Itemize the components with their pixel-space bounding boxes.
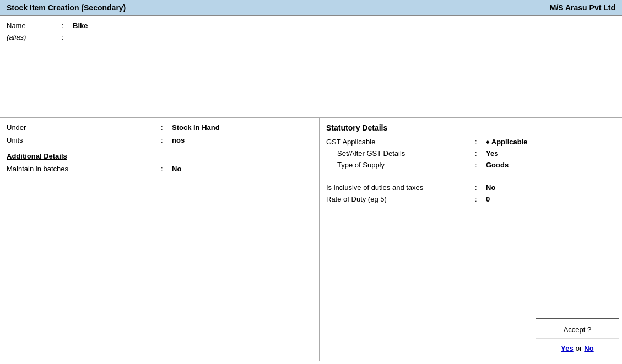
gst-applicable-row: GST Applicable : ♦ Applicable (326, 138, 615, 146)
set-alter-gst-value: Yes (486, 149, 498, 157)
maintain-batches-row: Maintain in batches : No (7, 165, 312, 173)
inclusive-label: Is inclusive of duties and taxes (326, 183, 475, 192)
rate-duty-value: 0 (486, 195, 490, 203)
additional-details-heading: Additional Details (7, 152, 312, 160)
accept-title: Accept ? (536, 319, 619, 339)
gst-applicable-label: GST Applicable (326, 138, 475, 146)
gst-applicable-value: ♦ Applicable (486, 138, 528, 146)
inclusive-row: Is inclusive of duties and taxes : No (326, 183, 615, 192)
accept-yes-button[interactable]: Yes (561, 344, 573, 352)
maintain-batches-value: No (172, 165, 181, 173)
name-row: Name : Bike (7, 21, 615, 30)
maintain-batches-label: Maintain in batches (7, 165, 161, 173)
name-colon: : (62, 21, 73, 30)
units-label: Units (7, 136, 161, 144)
accept-or-text: or (576, 344, 582, 352)
inclusive-value: No (486, 183, 495, 192)
rate-duty-colon: : (475, 195, 486, 203)
units-value: nos (172, 136, 185, 144)
type-of-supply-label: Type of Supply (326, 161, 475, 169)
accept-no-button[interactable]: No (584, 344, 593, 352)
inclusive-colon: : (475, 183, 486, 192)
accept-options: Yes or No (536, 339, 619, 358)
form-title: Stock Item Creation (Secondary) (7, 3, 126, 12)
set-alter-gst-row: Set/Alter GST Details : Yes (326, 149, 615, 157)
form-section: Name : Bike (alias) : (0, 16, 622, 118)
accept-dialog: Accept ? Yes or No (536, 318, 619, 358)
under-row: Under : Stock in Hand (7, 123, 312, 132)
set-alter-gst-label: Set/Alter GST Details (326, 149, 475, 157)
header: Stock Item Creation (Secondary) M/S Aras… (0, 0, 622, 16)
right-panel: Statutory Details GST Applicable : ♦ App… (320, 118, 622, 361)
type-of-supply-row: Type of Supply : Goods (326, 161, 615, 169)
set-alter-gst-colon: : (475, 149, 486, 157)
units-row: Units : nos (7, 136, 312, 144)
alias-label: (alias) (7, 33, 62, 41)
alias-row: (alias) : (7, 33, 615, 41)
gst-applicable-colon: : (475, 138, 486, 146)
company-name: M/S Arasu Pvt Ltd (550, 3, 615, 12)
alias-colon: : (62, 33, 73, 41)
type-of-supply-value: Goods (486, 161, 509, 169)
name-label: Name (7, 21, 62, 30)
rate-duty-label: Rate of Duty (eg 5) (326, 195, 475, 203)
name-value: Bike (73, 21, 88, 30)
under-label: Under (7, 123, 161, 132)
rate-duty-row: Rate of Duty (eg 5) : 0 (326, 195, 615, 203)
left-panel: Under : Stock in Hand Units : nos Additi… (0, 118, 320, 361)
under-value: Stock in Hand (172, 123, 220, 132)
statutory-heading: Statutory Details (326, 123, 615, 132)
maintain-batches-colon: : (161, 165, 172, 173)
main-content: Under : Stock in Hand Units : nos Additi… (0, 118, 622, 361)
units-colon: : (161, 136, 172, 144)
under-colon: : (161, 123, 172, 132)
type-of-supply-colon: : (475, 161, 486, 169)
